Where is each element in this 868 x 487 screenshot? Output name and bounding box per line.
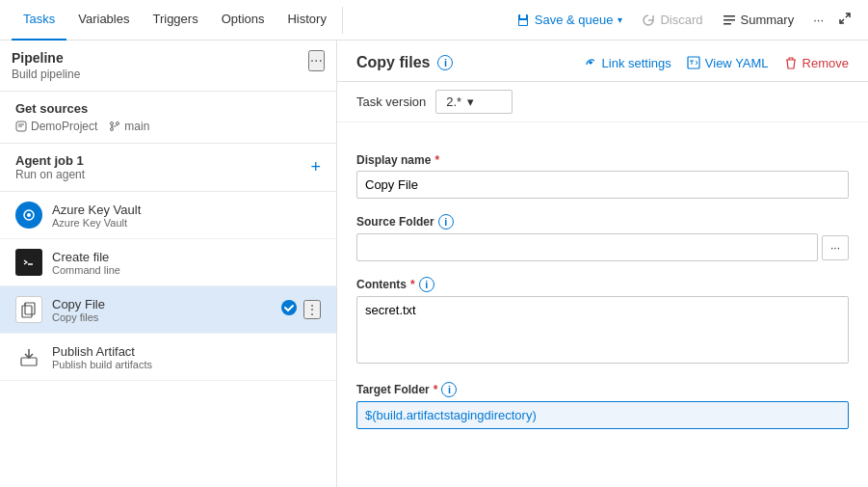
svg-rect-13	[22, 306, 32, 317]
task-version-value: 2.*	[446, 95, 461, 109]
agent-job-header: Agent job 1 Run on agent +	[0, 144, 336, 192]
trash-icon	[784, 56, 798, 69]
svg-point-7	[111, 122, 114, 125]
tab-triggers[interactable]: Triggers	[141, 0, 209, 41]
task-version-select[interactable]: 2.* ▾	[435, 90, 513, 114]
version-chevron-icon: ▾	[467, 95, 474, 109]
ellipsis-icon: ···	[813, 13, 824, 27]
link-icon	[584, 56, 597, 69]
svg-rect-4	[723, 19, 735, 21]
createfile-task-subtitle: Command line	[52, 264, 321, 276]
branch-icon	[109, 121, 120, 132]
discard-icon	[642, 14, 655, 27]
svg-rect-12	[20, 254, 38, 271]
cmdline-icon	[15, 249, 42, 276]
get-sources-title: Get sources	[15, 101, 321, 116]
tab-options[interactable]: Options	[210, 0, 276, 41]
svg-point-8	[111, 128, 114, 131]
right-panel-title-text: Copy files	[356, 54, 430, 71]
discard-button[interactable]: Discard	[632, 8, 712, 32]
svg-point-9	[117, 122, 119, 125]
target-folder-value: $(build.artifactstagingdirectory)	[356, 401, 849, 429]
artifact-task-name: Publish Artifact	[52, 344, 321, 359]
svg-rect-5	[723, 23, 731, 25]
createfile-task-name: Create file	[52, 250, 321, 264]
contents-input[interactable]: secret.txt	[356, 296, 849, 364]
contents-field: Contents * i secret.txt	[356, 277, 849, 366]
sidebar: Pipeline Build pipeline ··· Get sources …	[0, 41, 337, 487]
display-name-label: Display name	[356, 153, 431, 167]
save-queue-button[interactable]: Save & queue ▾	[507, 8, 633, 32]
svg-point-17	[589, 62, 592, 65]
task-item-azure-key-vault[interactable]: Azure Key Vault Azure Key Vault	[0, 192, 336, 239]
target-folder-required: *	[434, 383, 438, 396]
target-folder-field: Target Folder * i $(build.artifactstagin…	[356, 382, 849, 429]
task-item-create-file[interactable]: Create file Command line	[0, 239, 336, 286]
contents-info-icon[interactable]: i	[419, 277, 434, 292]
task-item-copy-file[interactable]: Copy File Copy files ⋮	[0, 286, 336, 334]
remove-button[interactable]: Remove	[784, 56, 849, 70]
keyvault-task-subtitle: Azure Key Vault	[52, 217, 321, 229]
summary-button[interactable]: Summary	[713, 8, 804, 32]
nav-divider	[342, 7, 343, 34]
keyvault-icon	[15, 202, 42, 229]
source-folder-info-icon[interactable]: i	[438, 214, 454, 230]
right-panel-header: Copy files i Link settings View YAML Rem…	[337, 41, 868, 82]
source-folder-input[interactable]	[356, 233, 818, 261]
svg-rect-14	[25, 303, 35, 314]
tab-tasks[interactable]: Tasks	[12, 0, 66, 41]
pipeline-subtitle: Build pipeline	[12, 68, 80, 81]
task-version-row: Task version 2.* ▾	[337, 82, 868, 122]
project-icon	[15, 121, 27, 132]
summary-icon	[723, 14, 736, 27]
svg-rect-3	[723, 15, 735, 17]
artifact-icon	[15, 343, 42, 370]
keyvault-task-name: Azure Key Vault	[52, 203, 321, 217]
agent-job-title: Agent job 1	[15, 153, 85, 168]
source-folder-label: Source Folder	[356, 215, 434, 229]
get-sources-section: Get sources DemoProject main	[0, 92, 336, 144]
contents-required: *	[410, 278, 415, 291]
right-panel-body: Display name * Source Folder i ···	[337, 138, 868, 460]
view-yaml-button[interactable]: View YAML	[687, 56, 769, 70]
add-task-button[interactable]: +	[310, 157, 321, 177]
copyfile-icon	[15, 296, 42, 323]
svg-point-15	[281, 300, 297, 315]
target-folder-label: Target Folder	[356, 383, 430, 396]
project-meta: DemoProject	[15, 120, 97, 133]
more-button[interactable]: ···	[803, 8, 833, 32]
artifact-task-subtitle: Publish build artifacts	[52, 359, 321, 370]
task-check-icon	[280, 299, 298, 320]
pipeline-menu-button[interactable]: ···	[308, 50, 325, 71]
pipeline-header: Pipeline Build pipeline ···	[0, 41, 336, 92]
copyfile-task-menu-button[interactable]: ⋮	[303, 300, 321, 319]
branch-meta: main	[109, 120, 149, 133]
expand-icon	[838, 12, 852, 25]
copyfile-task-subtitle: Copy files	[52, 311, 271, 323]
pipeline-title: Pipeline	[12, 50, 80, 66]
svg-rect-2	[519, 20, 527, 25]
svg-point-11	[27, 213, 31, 217]
top-nav: Tasks Variables Triggers Options History…	[0, 0, 868, 41]
display-name-required: *	[434, 153, 439, 167]
target-folder-info-icon[interactable]: i	[441, 382, 457, 397]
title-info-icon[interactable]: i	[437, 55, 453, 70]
svg-rect-1	[520, 14, 526, 18]
source-folder-browse-button[interactable]: ···	[822, 235, 849, 260]
svg-rect-16	[21, 358, 37, 365]
tab-history[interactable]: History	[276, 0, 337, 41]
main-layout: Pipeline Build pipeline ··· Get sources …	[0, 41, 868, 487]
expand-button[interactable]	[833, 7, 856, 33]
link-settings-button[interactable]: Link settings	[584, 56, 671, 70]
tab-variables[interactable]: Variables	[66, 0, 141, 41]
agent-job-subtitle: Run on agent	[15, 168, 85, 181]
source-folder-field: Source Folder i ···	[356, 214, 849, 261]
save-dropdown-icon[interactable]: ▾	[618, 14, 622, 25]
display-name-field: Display name *	[356, 153, 849, 199]
task-item-publish-artifact[interactable]: Publish Artifact Publish build artifacts	[0, 334, 336, 381]
display-name-input[interactable]	[356, 171, 849, 199]
contents-label: Contents	[356, 278, 407, 291]
yaml-icon	[687, 56, 700, 69]
save-icon	[516, 14, 530, 27]
right-panel: Copy files i Link settings View YAML Rem…	[337, 41, 868, 487]
